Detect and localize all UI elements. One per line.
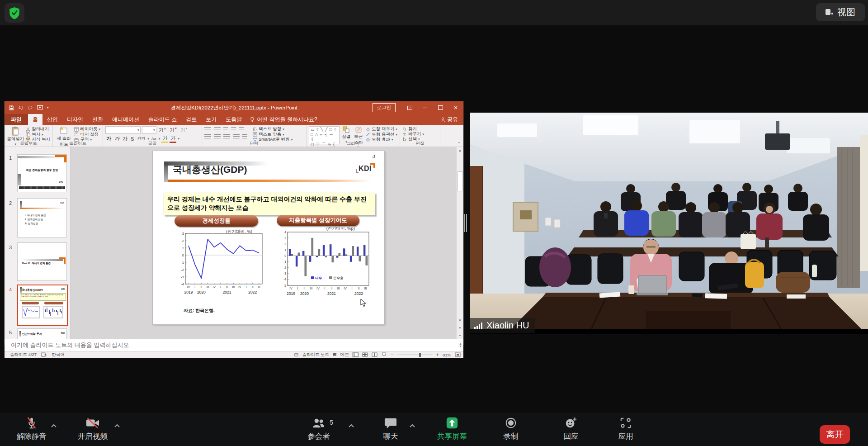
notes-toggle[interactable]: 슬라이드 노트: [302, 352, 329, 358]
zoom-percentage[interactable]: 81%: [443, 352, 451, 357]
reset-button[interactable]: 다시 설정: [74, 132, 100, 137]
replace-button[interactable]: 바꾸기▾: [402, 132, 438, 137]
bullets-icon[interactable]: [204, 127, 211, 132]
shape-fill-button[interactable]: 도형 채우기▾: [366, 127, 397, 132]
start-video-chevron-up-icon[interactable]: [114, 422, 120, 430]
align-left-icon[interactable]: [204, 134, 211, 139]
participants-button[interactable]: 参会者5: [296, 415, 341, 441]
notes-scroll-icons[interactable]: ▲▼: [459, 342, 462, 348]
previous-slide-icon[interactable]: ⏶: [457, 325, 463, 331]
align-text-button[interactable]: 텍스트 맞춤▾: [253, 132, 292, 137]
slide-title[interactable]: 국내총생산(GDP): [173, 163, 247, 176]
undo-icon[interactable]: [18, 105, 24, 110]
svg-text:2: 2: [284, 242, 286, 246]
security-shield-button[interactable]: [5, 3, 24, 23]
contribution-bar-chart[interactable]: 43210-1-2-3-4-5IVIIIIIIIVIIIIIIIVIIIIII2…: [280, 228, 371, 304]
right-chart-header[interactable]: 지출항목별 성장기여도: [277, 215, 359, 226]
slide-thumbnail-4-selected[interactable]: 국내총생산(GDP) KDI 우리 경제는 내수 개선에도 불구하고 대외여건의…: [17, 285, 68, 326]
menu-tab-8[interactable]: 검토: [181, 114, 201, 125]
font-size-select[interactable]: ▾: [142, 126, 156, 134]
panel-resize-handle[interactable]: [464, 214, 468, 232]
share-button[interactable]: 共享屏幕: [429, 415, 475, 441]
minimize-button[interactable]: [417, 101, 433, 114]
menu-tab-7[interactable]: 슬라이드 쇼: [144, 114, 181, 125]
gdp-growth-line-chart[interactable]: 3210-1-2-3-4IVIIIIIIIVIIIIIIIVIIIIII2019…: [176, 231, 264, 299]
next-slide-icon[interactable]: ⏷: [457, 332, 463, 339]
participants-chevron-up-icon[interactable]: [348, 422, 354, 430]
menu-tab-1[interactable]: 파일: [5, 114, 28, 125]
copy-button[interactable]: 복사▾: [26, 132, 50, 137]
group-label-slides: 슬라이드: [53, 141, 103, 147]
increase-indent-icon[interactable]: [231, 127, 236, 132]
ribbon-display-options-icon[interactable]: [402, 101, 417, 114]
shrink-font-icon[interactable]: 가▼: [169, 127, 178, 133]
zoom-out-icon[interactable]: −: [391, 352, 393, 357]
key-message-box[interactable]: 우리 경제는 내수 개선에도 불구하고 대외여건의 악화에 따른 수출 부진으로…: [164, 193, 375, 215]
reading-view-icon[interactable]: [372, 352, 377, 357]
close-button[interactable]: ✕: [448, 101, 463, 114]
video-tile[interactable]: Xiaolin HU: [470, 113, 868, 334]
slide-sorter-icon[interactable]: [362, 352, 368, 357]
qat-customize-icon[interactable]: ▾: [47, 106, 49, 109]
slide-thumbnail-3[interactable]: Part 01 대내외 경제 환경: [17, 242, 67, 281]
restore-button[interactable]: [433, 101, 448, 114]
fit-to-window-icon[interactable]: [455, 352, 461, 357]
shape-outline-button[interactable]: 도형 윤곽선▾: [366, 132, 397, 137]
zoom-slider[interactable]: [397, 355, 433, 355]
apps-button[interactable]: 应用: [603, 415, 648, 441]
align-center-icon[interactable]: [214, 134, 221, 139]
menu-tab-9[interactable]: 보기: [201, 114, 221, 125]
scroll-up-icon[interactable]: ▲: [457, 147, 463, 153]
unmute-chevron-up-icon[interactable]: [51, 422, 57, 430]
redo-icon[interactable]: [28, 105, 33, 110]
reactions-button[interactable]: 回应: [548, 415, 594, 441]
vertical-scrollbar[interactable]: ▲ ▼ ⏶ ⏷: [456, 147, 463, 339]
menu-tab-4[interactable]: 디자인: [62, 114, 88, 125]
record-button[interactable]: 录制: [488, 415, 533, 441]
justify-icon[interactable]: [233, 134, 240, 139]
notes-pane[interactable]: 여기에 슬라이드 노트의 내용을 입력하십시오 ▲▼: [5, 339, 463, 351]
comments-toggle[interactable]: 메모: [340, 352, 349, 358]
tell-me-box[interactable]: 어떤 작업을 원하시나요?: [250, 116, 317, 123]
columns-icon[interactable]: [242, 134, 247, 139]
decrease-indent-icon[interactable]: [223, 127, 228, 132]
start-video-button[interactable]: 开启视频: [70, 415, 115, 441]
numbering-icon[interactable]: [214, 127, 221, 132]
change-case-icon[interactable]: Aa: [151, 137, 157, 141]
chat-chevron-up-icon[interactable]: [409, 422, 415, 430]
scrollbar-thumb[interactable]: [458, 171, 463, 191]
menu-tab-5[interactable]: 전환: [88, 114, 108, 125]
login-button[interactable]: 로그인: [373, 103, 396, 112]
unmute-button[interactable]: 解除静音: [9, 415, 54, 441]
normal-view-icon[interactable]: [353, 352, 359, 357]
menu-tab-3[interactable]: 삽입: [42, 114, 62, 125]
start-slideshow-icon[interactable]: [37, 105, 43, 110]
menu-tab-6[interactable]: 애니메이션: [108, 114, 144, 125]
language-indicator[interactable]: 한국어: [52, 352, 65, 358]
collapse-ribbon-icon[interactable]: ⌃: [457, 142, 461, 146]
save-icon[interactable]: [9, 105, 14, 110]
grow-font-icon[interactable]: 가▲: [158, 127, 167, 133]
line-spacing-icon[interactable]: [239, 127, 244, 132]
cut-button[interactable]: 잘라내기: [26, 127, 50, 132]
slide-thumbnail-1[interactable]: 최근 경제동향과 향후 전망 KDI: [17, 154, 67, 192]
clear-formatting-icon[interactable]: 가✦: [179, 127, 189, 133]
menu-tab-2[interactable]: 홈: [28, 114, 42, 125]
share-button[interactable]: 공유: [440, 116, 458, 123]
font-name-select[interactable]: ▾: [105, 126, 141, 134]
slideshow-view-icon[interactable]: [381, 352, 387, 357]
zoom-in-icon[interactable]: +: [436, 352, 439, 357]
slide-thumbnail-5[interactable]: 민간소비와 투자 KDI: [17, 328, 67, 339]
slide-thumbnail-2[interactable]: KDI Ⅰ. 대내외 경제 환경 Ⅱ. 한국경제 전망 Ⅲ. 정책방향: [17, 198, 67, 237]
scroll-down-icon[interactable]: ▼: [457, 317, 463, 323]
leave-button[interactable]: 离开: [820, 425, 850, 444]
left-chart-header[interactable]: 경제성장률: [175, 215, 258, 227]
chat-button[interactable]: 聊天: [368, 415, 413, 441]
layout-button[interactable]: 레이아웃▾: [74, 127, 100, 132]
proofing-icon[interactable]: [41, 352, 47, 357]
view-button[interactable]: 视图: [816, 3, 865, 21]
slide-canvas[interactable]: 4 국내총생산(GDP) KDI 우리 경제는 내수 개선에도 불구하고 대외여…: [153, 151, 384, 324]
menu-tab-10[interactable]: 도움말: [221, 114, 246, 125]
text-direction-button[interactable]: 텍스트 방향▾: [253, 127, 292, 132]
align-right-icon[interactable]: [223, 134, 230, 139]
